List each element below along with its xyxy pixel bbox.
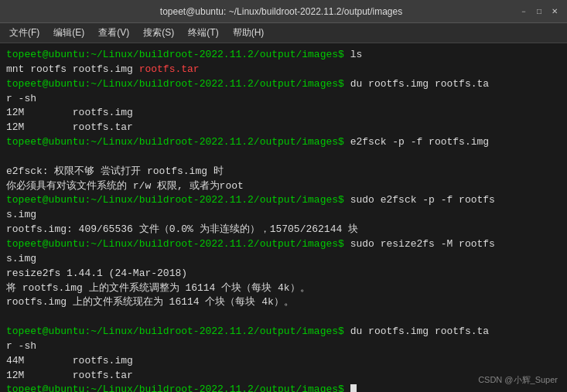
terminal-line: resize2fs 1.44.1 (24-Mar-2018) xyxy=(6,267,561,281)
close-button[interactable]: ✕ xyxy=(548,5,561,18)
terminal-line: 你必须具有对该文件系统的 r/w 权限, 或者为root xyxy=(6,179,561,194)
terminal-line xyxy=(6,310,561,325)
menu-item[interactable]: 终端(T) xyxy=(182,25,224,41)
terminal-line: 12M rootfs.tar xyxy=(6,121,561,135)
terminal-line: topeet@ubuntu:~/Linux/buildroot-2022.11.… xyxy=(6,135,561,150)
terminal-line: topeet@ubuntu:~/Linux/buildroot-2022.11.… xyxy=(6,193,561,208)
terminal-line: r -sh xyxy=(6,92,561,107)
menu-item[interactable]: 搜索(S) xyxy=(137,25,180,41)
terminal-line: 12M rootfs.img xyxy=(6,106,561,121)
terminal-line: rootfs.img: 409/65536 文件（0.0% 为非连续的），157… xyxy=(6,223,561,237)
terminal-line: 将 rootfs.img 上的文件系统调整为 16114 个块（每块 4k）。 xyxy=(6,281,561,296)
terminal-line: s.img xyxy=(6,252,561,267)
minimize-button[interactable]: － xyxy=(517,5,530,18)
maximize-button[interactable]: □ xyxy=(533,5,545,18)
terminal-line xyxy=(6,150,561,165)
title-bar: topeet@ubuntu: ~/Linux/buildroot-2022.11… xyxy=(0,0,567,23)
terminal-line: topeet@ubuntu:~/Linux/buildroot-2022.11.… xyxy=(6,48,561,63)
terminal-line: 44M rootfs.img xyxy=(6,354,561,369)
title-text: topeet@ubuntu: ~/Linux/buildroot-2022.11… xyxy=(45,6,517,17)
terminal-line: e2fsck: 权限不够 尝试打开 rootfs.img 时 xyxy=(6,165,561,179)
menu-item[interactable]: 文件(F) xyxy=(3,25,46,41)
menu-item[interactable]: 编辑(E) xyxy=(47,25,91,41)
terminal-line: s.img xyxy=(6,208,561,223)
watermark: CSDN @小辉_Super xyxy=(478,374,558,386)
terminal-line: topeet@ubuntu:~/Linux/buildroot-2022.11.… xyxy=(6,325,561,339)
terminal-line: rootfs.img 上的文件系统现在为 16114 个块（每块 4k）。 xyxy=(6,295,561,310)
menu-item[interactable]: 帮助(H) xyxy=(227,25,271,41)
menu-bar: 文件(F)编辑(E)查看(V)搜索(S)终端(T)帮助(H) xyxy=(0,23,567,43)
terminal-line: mnt rootfs rootfs.img rootfs.tar xyxy=(6,63,561,77)
terminal[interactable]: topeet@ubuntu:~/Linux/buildroot-2022.11.… xyxy=(0,43,567,392)
terminal-line: topeet@ubuntu:~/Linux/buildroot-2022.11.… xyxy=(6,77,561,92)
terminal-line: topeet@ubuntu:~/Linux/buildroot-2022.11.… xyxy=(6,237,561,252)
menu-item[interactable]: 查看(V) xyxy=(92,25,135,41)
terminal-line: r -sh xyxy=(6,339,561,354)
title-controls: － □ ✕ xyxy=(517,5,561,18)
